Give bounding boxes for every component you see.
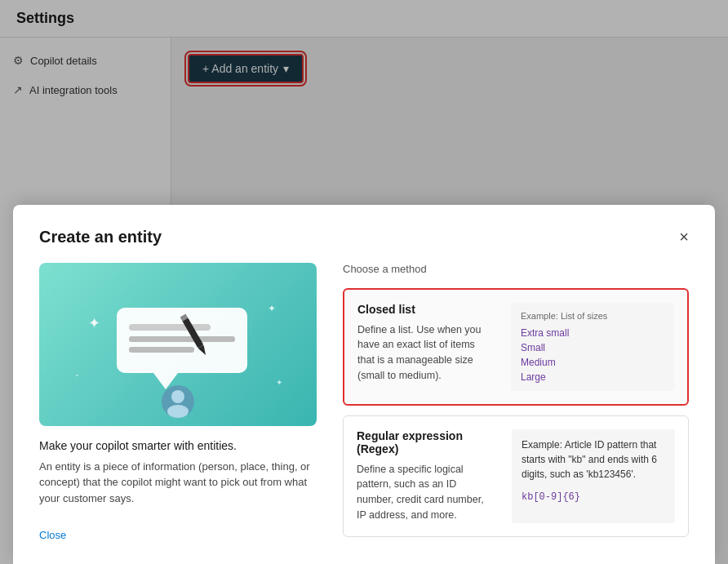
closed-list-title: Closed list: [357, 303, 495, 316]
modal-close-link[interactable]: Close: [39, 529, 317, 541]
modal-title: Create an entity: [39, 228, 162, 246]
caption-main: Make your copilot smarter with entities.: [39, 439, 317, 452]
svg-rect-7: [129, 336, 235, 342]
method-card-closed-list[interactable]: Closed list Define a list. Use when you …: [343, 288, 689, 406]
svg-rect-8: [129, 347, 194, 353]
modal-overlay: Create an entity × ✦ ✦ • ✦: [0, 0, 728, 564]
regex-title: Regular expression (Regex): [357, 429, 495, 455]
closed-list-example-items: Extra small Small Medium Large: [521, 327, 664, 383]
caption-detail: An entity is a piece of information (per…: [39, 459, 317, 507]
closed-list-example-label: Example: List of sizes: [521, 311, 664, 321]
method-closed-list-info: Closed list Define a list. Use when you …: [357, 303, 495, 391]
example-item-1: Small: [521, 342, 664, 353]
modal-close-button[interactable]: ×: [679, 229, 689, 245]
method-card-regex[interactable]: Regular expression (Regex) Define a spec…: [343, 415, 689, 537]
entity-illustration: ✦ ✦ • ✦: [39, 263, 317, 426]
create-entity-modal: Create an entity × ✦ ✦ • ✦: [13, 205, 715, 565]
svg-point-14: [167, 405, 189, 418]
svg-text:•: •: [76, 371, 78, 379]
method-regex-info: Regular expression (Regex) Define a spec…: [357, 429, 495, 523]
svg-text:✦: ✦: [276, 378, 282, 387]
choose-method-label: Choose a method: [343, 263, 689, 275]
regex-example-code: kb[0-9]{6}: [522, 491, 580, 503]
regex-example: Example: Article ID pattern that starts …: [512, 429, 675, 523]
example-item-0: Extra small: [521, 327, 664, 339]
regex-desc: Define a specific logical pattern, such …: [357, 462, 495, 523]
illustration-svg: ✦ ✦ • ✦: [39, 263, 317, 426]
closed-list-example: Example: List of sizes Extra small Small…: [511, 303, 674, 391]
left-panel-caption: Make your copilot smarter with entities.…: [39, 439, 317, 507]
closed-list-desc: Define a list. Use when you have an exac…: [357, 322, 495, 384]
modal-left-panel: ✦ ✦ • ✦: [39, 263, 317, 542]
modal-body: ✦ ✦ • ✦: [39, 263, 689, 542]
svg-text:✦: ✦: [268, 303, 276, 314]
svg-text:✦: ✦: [88, 315, 100, 331]
svg-rect-6: [129, 324, 211, 331]
modal-header: Create an entity ×: [39, 228, 689, 246]
example-item-2: Medium: [521, 357, 664, 368]
example-item-3: Large: [521, 371, 664, 383]
svg-point-13: [171, 390, 184, 403]
modal-right-panel: Choose a method Closed list Define a lis…: [343, 263, 689, 542]
regex-example-label: Example: Article ID pattern that starts …: [522, 437, 665, 482]
